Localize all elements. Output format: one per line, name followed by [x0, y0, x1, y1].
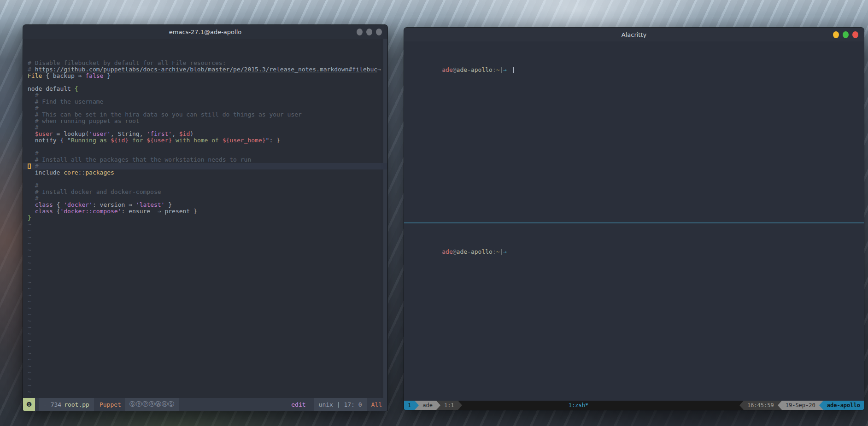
empty-line-tilde: ~: [28, 286, 381, 292]
major-mode-label[interactable]: Puppet: [100, 401, 121, 408]
empty-line-tilde: ~: [28, 260, 381, 266]
code-line: [28, 79, 381, 86]
tmux-user-segment: ade: [419, 401, 436, 410]
empty-line-tilde: ~: [28, 363, 381, 369]
buffer-filename: root.pp: [64, 401, 89, 408]
shell-prompt-bottom: ade@ade-apollo:~|→: [406, 241, 862, 247]
powerline-arrow: [739, 401, 744, 410]
emacs-minimize-button[interactable]: [366, 29, 372, 35]
prompt-segment-arrow: →: [503, 248, 507, 255]
empty-line-tilde: ~: [28, 298, 381, 305]
prompt-segment-host: ade-apollo: [457, 248, 493, 255]
powerline-arrow: [415, 401, 419, 410]
prompt-segment-user: ade: [442, 66, 452, 73]
workspace-badge: ❶: [23, 398, 35, 411]
minor-modes-chip: ⓢⓨⓅⓐⓌⓀⓈ: [125, 398, 179, 411]
empty-line-tilde: ~: [28, 247, 381, 253]
code-line: [28, 176, 381, 182]
emacs-cursor: [28, 163, 31, 169]
prompt-segment-dim: @: [453, 66, 457, 73]
code-line: class { 'docker': version ⇒ 'latest' }: [28, 202, 381, 208]
alacritty-window-controls: [833, 28, 858, 41]
alacritty-minimize-button[interactable]: [833, 31, 839, 38]
prompt-segment-dim: :: [493, 248, 496, 255]
code-line: #: [28, 150, 381, 157]
tmux-session-badge[interactable]: 1: [404, 401, 415, 410]
code-line: #: [28, 124, 381, 131]
tmux-status-bar: 1 ade 1:1 1:zsh* 16:45:59 19-Sep-20 ade-…: [404, 401, 864, 410]
code-line: # https://github.com/puppetlabs/docs-arc…: [28, 66, 381, 73]
emacs-scrollbar[interactable]: [383, 39, 387, 398]
encoding-position: unix | 17: 0: [319, 401, 362, 408]
shell-prompt-top: ade@ade-apollo:~|→: [406, 59, 862, 65]
empty-line-tilde: ~: [28, 273, 381, 279]
empty-line-tilde: ~: [28, 350, 381, 356]
encoding-chip: unix | 17: 0: [314, 398, 367, 411]
empty-line-tilde: ~: [28, 228, 381, 234]
emacs-window-title: emacs-27.1@ade-apollo: [169, 29, 241, 35]
empty-line-tilde: ~: [28, 305, 381, 311]
code-line: # Disable filebucket by default for all …: [28, 60, 381, 66]
empty-line-tilde: ~: [28, 376, 381, 382]
empty-line-tilde: ~: [28, 279, 381, 286]
code-line: $user = lookup('user', String, 'first', …: [28, 131, 381, 137]
empty-line-tilde: ~: [28, 240, 381, 247]
emacs-close-button[interactable]: [357, 29, 363, 35]
empty-line-tilde: ~: [28, 395, 381, 398]
tmux-active-window[interactable]: 1:zsh*: [566, 401, 591, 410]
tmux-pane-bottom[interactable]: ade@ade-apollo:~|→: [404, 223, 864, 401]
scroll-position-label: All: [371, 401, 382, 408]
terminal-area[interactable]: ade@ade-apollo:~|→ ade@ade-apollo:~|→ 1 …: [404, 41, 864, 410]
code-line: # This can be set in the hira data so yo…: [28, 111, 381, 118]
alacritty-titlebar[interactable]: Alacritty: [404, 28, 864, 41]
powerline-arrow: [458, 401, 462, 410]
prompt-segment-dim: :: [493, 66, 496, 73]
alacritty-window-title: Alacritty: [622, 31, 646, 38]
code-line: # Find the username: [28, 99, 381, 105]
tmux-window-index[interactable]: 1:1: [440, 401, 458, 410]
empty-line-tilde: ~: [28, 331, 381, 337]
code-line: # Install all the packages that the work…: [28, 157, 381, 163]
empty-line-tilde: ~: [28, 311, 381, 318]
empty-line-tilde: ~: [28, 221, 381, 228]
empty-line-tilde: ~: [28, 337, 381, 344]
empty-line-tilde: ~: [28, 234, 381, 240]
emacs-window-controls: [357, 25, 382, 39]
tmux-pane-top[interactable]: ade@ade-apollo:~|→: [404, 41, 864, 222]
emacs-buffer[interactable]: # Disable filebucket by default for all …: [23, 39, 387, 398]
desktop-wallpaper: emacs-27.1@ade-apollo # Disable filebuck…: [0, 0, 868, 426]
code-line: }: [28, 215, 381, 221]
empty-line-tilde: ~: [28, 389, 381, 395]
tmux-hostname: ade-apollo: [823, 401, 864, 410]
powerline-arrow: [778, 401, 782, 410]
prompt-segment-arrow: →: [503, 66, 507, 73]
prompt-segment-user: ade: [442, 248, 452, 255]
prompt-segment-host: ade-apollo: [457, 66, 493, 73]
powerline-arrow: [819, 401, 823, 410]
code-line: # Install docker and docker-compose: [28, 189, 381, 195]
empty-line-tilde: ~: [28, 382, 381, 389]
code-line: class {'docker::compose': ensure ⇒ prese…: [28, 208, 381, 215]
code-line: node default {: [28, 86, 381, 92]
tmux-spacer: [591, 401, 739, 410]
emacs-titlebar[interactable]: emacs-27.1@ade-apollo: [23, 25, 387, 39]
powerline-arrow: [436, 401, 440, 410]
empty-line-tilde: ~: [28, 292, 381, 298]
code-line: notify { "Running as ${id} for ${user} w…: [28, 137, 381, 144]
code-line: # when running puppet as root: [28, 118, 381, 124]
code-line: #: [28, 182, 381, 189]
empty-line-tilde: ~: [28, 318, 381, 324]
empty-line-tilde: ~: [28, 253, 381, 260]
empty-line-tilde: ~: [28, 356, 381, 363]
alacritty-maximize-button[interactable]: [843, 31, 849, 38]
code-line: File { backup ⇒ false }: [28, 73, 381, 79]
empty-line-tilde: ~: [28, 344, 381, 350]
emacs-maximize-button[interactable]: [376, 29, 382, 35]
empty-line-tilde: ~: [28, 324, 381, 331]
prompt-segment-dim: @: [453, 248, 457, 255]
tmux-date: 19-Sep-20: [782, 401, 819, 410]
alacritty-close-button[interactable]: [852, 31, 858, 38]
empty-line-tilde: ~: [28, 369, 381, 376]
buffer-position: - 734: [43, 401, 61, 408]
code-line-current: #: [23, 163, 387, 169]
